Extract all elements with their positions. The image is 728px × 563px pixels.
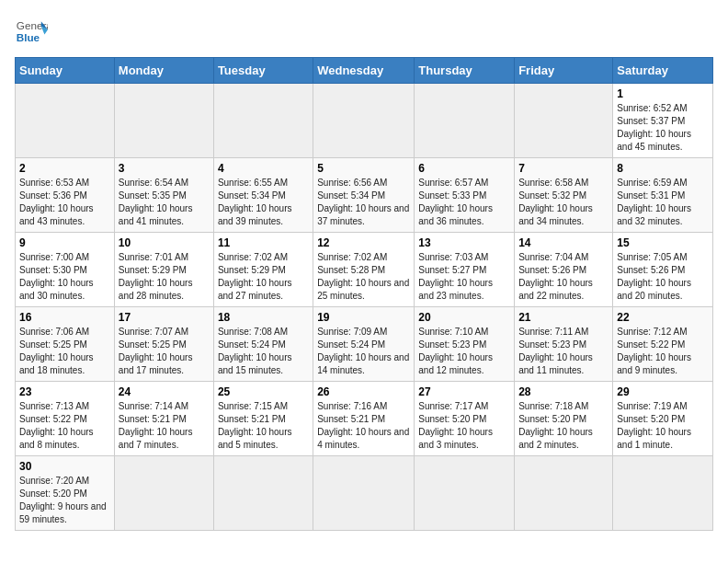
day-number: 15: [617, 236, 709, 249]
day-info: Sunrise: 7:00 AMSunset: 5:30 PMDaylight:…: [19, 251, 110, 303]
calendar-cell: [114, 84, 213, 158]
day-info: Sunrise: 6:59 AMSunset: 5:31 PMDaylight:…: [617, 177, 709, 228]
day-info: Sunrise: 7:14 AMSunset: 5:21 PMDaylight:…: [119, 400, 210, 452]
day-number: 16: [19, 311, 110, 324]
logo: General Blue: [15, 15, 48, 48]
day-info: Sunrise: 7:15 AMSunset: 5:21 PMDaylight:…: [218, 400, 309, 452]
calendar-cell: 20Sunrise: 7:10 AMSunset: 5:23 PMDayligh…: [415, 307, 515, 382]
calendar-week-row: 16Sunrise: 7:06 AMSunset: 5:25 PMDayligh…: [16, 307, 713, 382]
day-number: 14: [518, 236, 609, 249]
weekday-header-row: SundayMondayTuesdayWednesdayThursdayFrid…: [16, 58, 713, 84]
calendar-cell: 12Sunrise: 7:02 AMSunset: 5:28 PMDayligh…: [313, 233, 415, 307]
calendar-week-row: 1Sunrise: 6:52 AMSunset: 5:37 PMDaylight…: [16, 84, 713, 158]
calendar-cell: 29Sunrise: 7:19 AMSunset: 5:20 PMDayligh…: [613, 382, 713, 456]
day-number: 13: [418, 236, 510, 249]
calendar-cell: 5Sunrise: 6:56 AMSunset: 5:34 PMDaylight…: [313, 158, 415, 233]
day-number: 1: [617, 87, 709, 100]
calendar-week-row: 9Sunrise: 7:00 AMSunset: 5:30 PMDaylight…: [16, 233, 713, 307]
day-info: Sunrise: 6:58 AMSunset: 5:32 PMDaylight:…: [518, 177, 609, 228]
page-header: General Blue: [15, 15, 713, 48]
day-number: 12: [317, 236, 410, 249]
day-info: Sunrise: 7:02 AMSunset: 5:28 PMDaylight:…: [317, 251, 410, 303]
day-info: Sunrise: 7:07 AMSunset: 5:25 PMDaylight:…: [119, 326, 210, 377]
calendar-cell: 2Sunrise: 6:53 AMSunset: 5:36 PMDaylight…: [16, 158, 115, 233]
calendar-cell: 11Sunrise: 7:02 AMSunset: 5:29 PMDayligh…: [213, 233, 313, 307]
day-info: Sunrise: 7:11 AMSunset: 5:23 PMDaylight:…: [518, 326, 609, 377]
calendar-cell: 25Sunrise: 7:15 AMSunset: 5:21 PMDayligh…: [213, 382, 313, 456]
day-number: 8: [617, 162, 709, 175]
calendar-cell: 13Sunrise: 7:03 AMSunset: 5:27 PMDayligh…: [415, 233, 515, 307]
day-info: Sunrise: 7:03 AMSunset: 5:27 PMDaylight:…: [418, 251, 510, 303]
day-info: Sunrise: 7:08 AMSunset: 5:24 PMDaylight:…: [218, 326, 309, 377]
calendar-cell: [16, 84, 115, 158]
day-info: Sunrise: 7:10 AMSunset: 5:23 PMDaylight:…: [418, 326, 510, 377]
day-number: 28: [518, 385, 609, 398]
calendar-cell: 6Sunrise: 6:57 AMSunset: 5:33 PMDaylight…: [415, 158, 515, 233]
calendar-cell: 24Sunrise: 7:14 AMSunset: 5:21 PMDayligh…: [114, 382, 213, 456]
day-info: Sunrise: 6:52 AMSunset: 5:37 PMDaylight:…: [617, 102, 709, 154]
weekday-header-wednesday: Wednesday: [313, 58, 415, 84]
calendar-cell: 7Sunrise: 6:58 AMSunset: 5:32 PMDaylight…: [515, 158, 613, 233]
weekday-header-sunday: Sunday: [16, 58, 115, 84]
day-info: Sunrise: 6:54 AMSunset: 5:35 PMDaylight:…: [119, 177, 210, 228]
day-number: 9: [19, 236, 110, 249]
generalblue-logo-icon: General Blue: [15, 15, 48, 48]
calendar-cell: [515, 456, 613, 531]
calendar-cell: 27Sunrise: 7:17 AMSunset: 5:20 PMDayligh…: [415, 382, 515, 456]
calendar-week-row: 2Sunrise: 6:53 AMSunset: 5:36 PMDaylight…: [16, 158, 713, 233]
calendar-week-row: 23Sunrise: 7:13 AMSunset: 5:22 PMDayligh…: [16, 382, 713, 456]
day-info: Sunrise: 7:04 AMSunset: 5:26 PMDaylight:…: [518, 251, 609, 303]
calendar-cell: 16Sunrise: 7:06 AMSunset: 5:25 PMDayligh…: [16, 307, 115, 382]
calendar-cell: 3Sunrise: 6:54 AMSunset: 5:35 PMDaylight…: [114, 158, 213, 233]
day-number: 5: [317, 162, 410, 175]
day-number: 18: [218, 311, 309, 324]
day-info: Sunrise: 7:16 AMSunset: 5:21 PMDaylight:…: [317, 400, 410, 452]
day-info: Sunrise: 7:19 AMSunset: 5:20 PMDaylight:…: [617, 400, 709, 452]
calendar-cell: [415, 456, 515, 531]
weekday-header-friday: Friday: [515, 58, 613, 84]
day-number: 26: [317, 385, 410, 398]
calendar-cell: 17Sunrise: 7:07 AMSunset: 5:25 PMDayligh…: [114, 307, 213, 382]
calendar-cell: 8Sunrise: 6:59 AMSunset: 5:31 PMDaylight…: [613, 158, 713, 233]
calendar-cell: 15Sunrise: 7:05 AMSunset: 5:26 PMDayligh…: [613, 233, 713, 307]
day-info: Sunrise: 7:12 AMSunset: 5:22 PMDaylight:…: [617, 326, 709, 377]
calendar-cell: [213, 84, 313, 158]
day-number: 11: [218, 236, 309, 249]
day-number: 21: [518, 311, 609, 324]
calendar-cell: 22Sunrise: 7:12 AMSunset: 5:22 PMDayligh…: [613, 307, 713, 382]
calendar-cell: 23Sunrise: 7:13 AMSunset: 5:22 PMDayligh…: [16, 382, 115, 456]
day-number: 20: [418, 311, 510, 324]
calendar-cell: 30Sunrise: 7:20 AMSunset: 5:20 PMDayligh…: [16, 456, 115, 531]
day-info: Sunrise: 6:56 AMSunset: 5:34 PMDaylight:…: [317, 177, 410, 228]
calendar-cell: [613, 456, 713, 531]
day-info: Sunrise: 6:55 AMSunset: 5:34 PMDaylight:…: [218, 177, 309, 228]
day-info: Sunrise: 7:06 AMSunset: 5:25 PMDaylight:…: [19, 326, 110, 377]
day-number: 7: [518, 162, 609, 175]
day-number: 17: [119, 311, 210, 324]
calendar-cell: [415, 84, 515, 158]
calendar-cell: [313, 456, 415, 531]
calendar-table: SundayMondayTuesdayWednesdayThursdayFrid…: [15, 57, 713, 531]
day-number: 10: [119, 236, 210, 249]
calendar-cell: 18Sunrise: 7:08 AMSunset: 5:24 PMDayligh…: [213, 307, 313, 382]
day-number: 29: [617, 385, 709, 398]
day-info: Sunrise: 7:05 AMSunset: 5:26 PMDaylight:…: [617, 251, 709, 303]
day-info: Sunrise: 7:20 AMSunset: 5:20 PMDaylight:…: [19, 475, 110, 526]
calendar-cell: 21Sunrise: 7:11 AMSunset: 5:23 PMDayligh…: [515, 307, 613, 382]
calendar-cell: [313, 84, 415, 158]
day-number: 2: [19, 162, 110, 175]
day-number: 22: [617, 311, 709, 324]
weekday-header-tuesday: Tuesday: [213, 58, 313, 84]
calendar-cell: 14Sunrise: 7:04 AMSunset: 5:26 PMDayligh…: [515, 233, 613, 307]
day-number: 30: [19, 460, 110, 473]
day-info: Sunrise: 6:57 AMSunset: 5:33 PMDaylight:…: [418, 177, 510, 228]
svg-text:Blue: Blue: [17, 31, 40, 43]
day-info: Sunrise: 7:02 AMSunset: 5:29 PMDaylight:…: [218, 251, 309, 303]
weekday-header-saturday: Saturday: [613, 58, 713, 84]
calendar-cell: [515, 84, 613, 158]
day-number: 27: [418, 385, 510, 398]
day-number: 19: [317, 311, 410, 324]
weekday-header-thursday: Thursday: [415, 58, 515, 84]
calendar-cell: [213, 456, 313, 531]
day-info: Sunrise: 7:09 AMSunset: 5:24 PMDaylight:…: [317, 326, 410, 377]
